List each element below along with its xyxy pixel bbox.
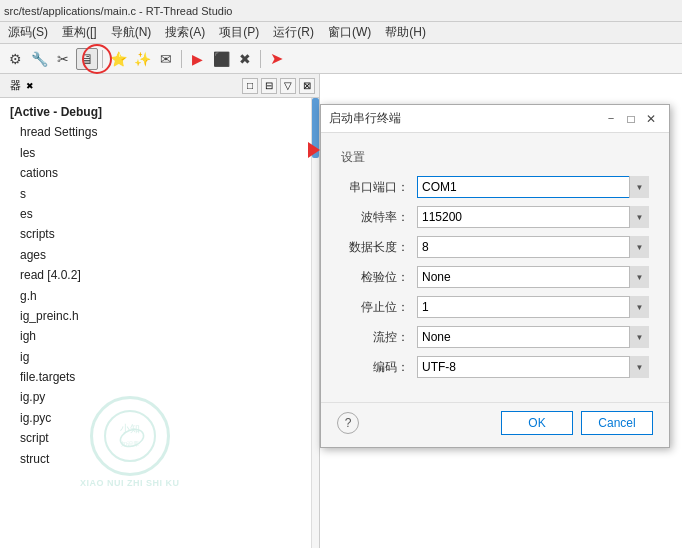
form-select-stopbits[interactable]: 1 — [417, 296, 649, 318]
tree-item-0[interactable]: hread Settings — [8, 122, 311, 142]
form-select-port[interactable]: COM1 — [417, 176, 649, 198]
tree-item-8[interactable]: g.h — [8, 286, 311, 306]
cancel-button[interactable]: Cancel — [581, 411, 653, 435]
form-select-flowctrl-wrapper: None ▼ — [417, 326, 649, 348]
form-row-parity: 检验位： None ▼ — [341, 266, 649, 288]
toolbar: ⚙ 🔧 ✂ 🖥 ⭐ ✨ ✉ ▶ ⬛ ✖ ➤ — [0, 44, 682, 74]
menu-item-run[interactable]: 运行(R) — [267, 22, 320, 43]
form-row-stopbits: 停止位： 1 ▼ — [341, 296, 649, 318]
panel-tab-label: 器 — [10, 78, 21, 93]
toolbar-btn-arrow[interactable]: ➤ — [265, 48, 287, 70]
toolbar-btn-mail[interactable]: ✉ — [155, 48, 177, 70]
panel-detach-btn[interactable]: ⊠ — [299, 78, 315, 94]
tree-item-5[interactable]: scripts — [8, 224, 311, 244]
form-select-encoding-wrapper: UTF-8 ▼ — [417, 356, 649, 378]
dialog-minimize-btn[interactable]: － — [601, 109, 621, 129]
panel-expand-btn[interactable]: ⊟ — [261, 78, 277, 94]
help-button[interactable]: ? — [337, 412, 359, 434]
form-select-port-wrapper: COM1 ▼ — [417, 176, 649, 198]
menu-item-search[interactable]: 搜索(A) — [159, 22, 211, 43]
form-select-datalen-wrapper: 8 ▼ — [417, 236, 649, 258]
panel-tab-close-icon[interactable]: ✖ — [26, 81, 34, 91]
panel-tab[interactable]: 器 ✖ — [4, 76, 40, 95]
tree-item-11[interactable]: ig — [8, 347, 311, 367]
form-row-datalen: 数据长度： 8 ▼ — [341, 236, 649, 258]
toolbar-btn-1[interactable]: ⚙ — [4, 48, 26, 70]
form-row-port: 串口端口： COM1 ▼ — [341, 176, 649, 198]
panel-tab-icons: □ ⊟ ▽ ⊠ — [242, 78, 315, 94]
main-area: 器 ✖ □ ⊟ ▽ ⊠ [Active - Debug] hread Setti… — [0, 74, 682, 548]
form-select-flowctrl[interactable]: None — [417, 326, 649, 348]
menu-item-help[interactable]: 帮助(H) — [379, 22, 432, 43]
tree-item-1[interactable]: les — [8, 143, 311, 163]
menu-item-refactor[interactable]: 重构([] — [56, 22, 103, 43]
menu-item-navigate[interactable]: 导航(N) — [105, 22, 158, 43]
panel-tab-bar: 器 ✖ □ ⊟ ▽ ⊠ — [0, 74, 319, 98]
form-select-baud-wrapper: 115200 ▼ — [417, 206, 649, 228]
toolbar-btn-stop[interactable]: ⬛ — [210, 48, 232, 70]
panel-minimize-btn[interactable]: □ — [242, 78, 258, 94]
title-text: src/test/applications/main.c - RT-Thread… — [4, 5, 232, 17]
toolbar-btn-star[interactable]: ⭐ — [107, 48, 129, 70]
tree-item-3[interactable]: s — [8, 184, 311, 204]
ok-button[interactable]: OK — [501, 411, 573, 435]
form-row-encoding: 编码： UTF-8 ▼ — [341, 356, 649, 378]
tree-item-active[interactable]: [Active - Debug] — [8, 102, 311, 122]
dialog-footer: ? OK Cancel — [321, 402, 669, 447]
panel-more-btn[interactable]: ▽ — [280, 78, 296, 94]
menu-item-source[interactable]: 源码(S) — [2, 22, 54, 43]
tree-item-9[interactable]: ig_preinc.h — [8, 306, 311, 326]
menu-item-window[interactable]: 窗口(W) — [322, 22, 377, 43]
form-select-parity[interactable]: None — [417, 266, 649, 288]
menu-item-project[interactable]: 项目(P) — [213, 22, 265, 43]
arrow-indicator — [308, 142, 320, 158]
help-icon: ? — [345, 416, 352, 430]
left-panel-scrollbar[interactable] — [311, 98, 319, 548]
file-tree: [Active - Debug] hread Settings les cati… — [0, 98, 319, 473]
tree-item-4[interactable]: es — [8, 204, 311, 224]
form-row-baud: 波特率： 115200 ▼ — [341, 206, 649, 228]
form-select-stopbits-wrapper: 1 ▼ — [417, 296, 649, 318]
form-label-stopbits: 停止位： — [341, 299, 409, 316]
form-label-baud: 波特率： — [341, 209, 409, 226]
menu-bar: 源码(S) 重构([] 导航(N) 搜索(A) 项目(P) 运行(R) 窗口(W… — [0, 22, 682, 44]
toolbar-btn-sun[interactable]: ✨ — [131, 48, 153, 70]
tree-item-13[interactable]: ig.py — [8, 387, 311, 407]
form-label-datalen: 数据长度： — [341, 239, 409, 256]
dialog-title: 启动串行终端 — [329, 110, 601, 127]
tree-item-2[interactable]: cations — [8, 163, 311, 183]
toolbar-btn-scissors[interactable]: ✂ — [52, 48, 74, 70]
form-label-parity: 检验位： — [341, 269, 409, 286]
dialog-content: 设置 串口端口： COM1 ▼ 波特率： 115200 ▼ — [321, 133, 669, 398]
toolbar-separator-1 — [102, 50, 103, 68]
left-panel: 器 ✖ □ ⊟ ▽ ⊠ [Active - Debug] hread Setti… — [0, 74, 320, 548]
toolbar-btn-close[interactable]: ✖ — [234, 48, 256, 70]
form-select-baud[interactable]: 115200 — [417, 206, 649, 228]
form-select-encoding[interactable]: UTF-8 — [417, 356, 649, 378]
toolbar-btn-2[interactable]: 🔧 — [28, 48, 50, 70]
tree-item-14[interactable]: ig.pyc — [8, 408, 311, 428]
form-label-encoding: 编码： — [341, 359, 409, 376]
form-label-flowctrl: 流控： — [341, 329, 409, 346]
tree-item-12[interactable]: file.targets — [8, 367, 311, 387]
tree-item-15[interactable]: script — [8, 428, 311, 448]
form-row-flowctrl: 流控： None ▼ — [341, 326, 649, 348]
form-select-parity-wrapper: None ▼ — [417, 266, 649, 288]
toolbar-btn-terminal[interactable]: 🖥 — [76, 48, 98, 70]
toolbar-separator-2 — [181, 50, 182, 68]
dialog-close-btn[interactable]: ✕ — [641, 109, 661, 129]
tree-item-7[interactable]: read [4.0.2] — [8, 265, 311, 285]
toolbar-separator-3 — [260, 50, 261, 68]
form-select-datalen[interactable]: 8 — [417, 236, 649, 258]
dialog-titlebar: 启动串行终端 － □ ✕ — [321, 105, 669, 133]
dialog-section-label: 设置 — [341, 149, 649, 166]
tree-item-16[interactable]: struct — [8, 449, 311, 469]
title-bar: src/test/applications/main.c - RT-Thread… — [0, 0, 682, 22]
tree-item-6[interactable]: ages — [8, 245, 311, 265]
form-label-port: 串口端口： — [341, 179, 409, 196]
dialog-maximize-btn[interactable]: □ — [621, 109, 641, 129]
serial-terminal-dialog: 启动串行终端 － □ ✕ 设置 串口端口： COM1 ▼ 波特率： — [320, 104, 670, 448]
tree-item-10[interactable]: igh — [8, 326, 311, 346]
watermark-text-line1: XIAO NUI ZHI SHI KU — [80, 478, 180, 488]
toolbar-btn-run[interactable]: ▶ — [186, 48, 208, 70]
